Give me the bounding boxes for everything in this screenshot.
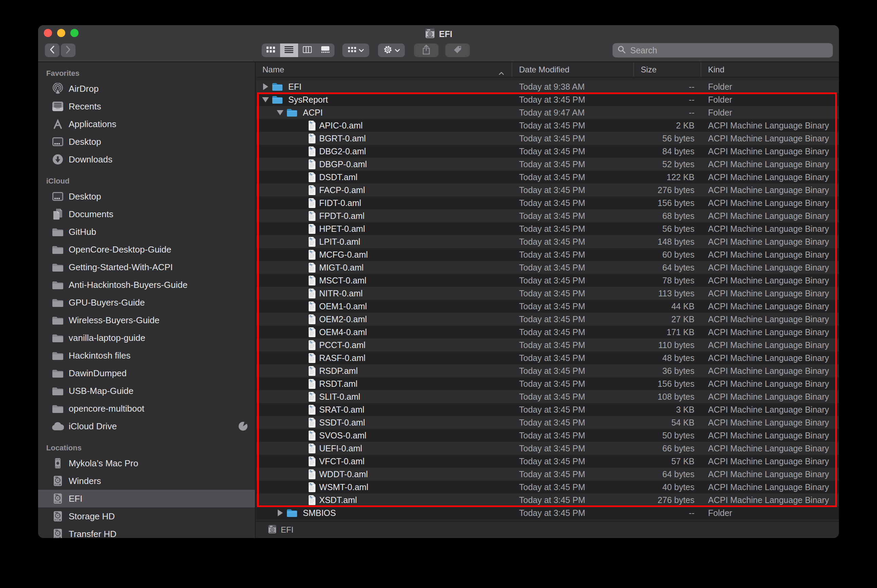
- sidebar-item-recents[interactable]: Recents: [38, 98, 255, 115]
- sidebar-item-mykola-s-mac-pro[interactable]: Mykola’s Mac Pro: [38, 454, 255, 472]
- file-name-label: APIC-0.aml: [319, 121, 363, 130]
- back-button[interactable]: [45, 44, 60, 57]
- sidebar-item-opencore-desktop-guide[interactable]: OpenCore-Desktop-Guide: [38, 241, 255, 258]
- sidebar-item-getting-started-with-acpi[interactable]: Getting-Started-With-ACPI: [38, 258, 255, 276]
- sidebar-item-desktop[interactable]: Desktop: [38, 188, 255, 205]
- file-row-oem4-0-aml[interactable]: OEM4-0.amlToday at 3:45 PM171 KBACPI Mac…: [256, 326, 839, 339]
- sidebar-section-label: Favorites: [38, 66, 255, 80]
- sidebar-item-github[interactable]: GitHub: [38, 223, 255, 241]
- file-row-dbgp-0-aml[interactable]: DBGP-0.amlToday at 3:45 PM52 bytesACPI M…: [256, 158, 839, 171]
- disclosure-expanded-icon[interactable]: [276, 107, 284, 118]
- file-row-svos-0-aml[interactable]: SVOS-0.amlToday at 3:45 PM50 bytesACPI M…: [256, 429, 839, 442]
- path-bar-item[interactable]: EFI: [281, 525, 293, 535]
- file-row-srat-0-aml[interactable]: SRAT-0.amlToday at 3:45 PM3 KBACPI Machi…: [256, 403, 839, 416]
- file-row-facp-0-aml[interactable]: FACP-0.amlToday at 3:45 PM276 bytesACPI …: [256, 183, 839, 196]
- column-header-kind[interactable]: Kind: [701, 62, 839, 77]
- name-cell: XSDT.aml: [256, 495, 512, 506]
- disclosure-collapsed-icon[interactable]: [262, 81, 269, 92]
- gallery-view-button[interactable]: [316, 44, 335, 57]
- sidebar-section-favorites: FavoritesAirDropRecentsApplicationsDeskt…: [38, 66, 255, 168]
- file-row-msct-0-aml[interactable]: MSCT-0.amlToday at 3:45 PM78 bytesACPI M…: [256, 274, 839, 287]
- file-row-oem1-0-aml[interactable]: OEM1-0.amlToday at 3:45 PM44 KBACPI Mach…: [256, 300, 839, 313]
- file-name-label: SSDT-0.aml: [319, 418, 365, 428]
- file-row-fpdt-0-aml[interactable]: FPDT-0.amlToday at 3:45 PM68 bytesACPI M…: [256, 209, 839, 222]
- list-view-button[interactable]: [280, 44, 298, 57]
- column-header-size[interactable]: Size: [634, 62, 701, 77]
- file-row-hpet-0-aml[interactable]: HPET-0.amlToday at 3:45 PM56 bytesACPI M…: [256, 222, 839, 235]
- file-row-lpit-0-aml[interactable]: LPIT-0.amlToday at 3:45 PM148 bytesACPI …: [256, 235, 839, 248]
- sidebar-item-usb-map-guide[interactable]: USB-Map-Guide: [38, 382, 255, 400]
- disclosure-collapsed-icon[interactable]: [276, 507, 284, 518]
- file-list: EFIToday at 9:38 AM--FolderSysReportToda…: [256, 80, 839, 519]
- sidebar-item-anti-hackintosh-buyers-guide[interactable]: Anti-Hackintosh-Buyers-Guide: [38, 276, 255, 294]
- sidebar-item-transfer-hd[interactable]: Transfer HD: [38, 525, 255, 538]
- kind-cell: ACPI Machine Language Binary: [701, 418, 839, 428]
- sidebar-item-dawindumped[interactable]: DawinDumped: [38, 364, 255, 382]
- kind-cell: ACPI Machine Language Binary: [701, 456, 839, 466]
- file-row-fidt-0-aml[interactable]: FIDT-0.amlToday at 3:45 PM156 bytesACPI …: [256, 196, 839, 209]
- sidebar-section-icloud: iCloudDesktopDocumentsGitHubOpenCore-Des…: [38, 173, 255, 435]
- file-row-dbg2-0-aml[interactable]: DBG2-0.amlToday at 3:45 PM84 bytesACPI M…: [256, 145, 839, 158]
- sidebar-item-winders[interactable]: Winders: [38, 472, 255, 490]
- file-row-nitr-0-aml[interactable]: NITR-0.amlToday at 3:45 PM113 bytesACPI …: [256, 287, 839, 300]
- file-row-wddt-0-aml[interactable]: WDDT-0.amlToday at 3:45 PM64 bytesACPI M…: [256, 468, 839, 481]
- sidebar-item-opencore-multiboot[interactable]: opencore-multiboot: [38, 400, 255, 417]
- file-icon: [307, 327, 316, 338]
- size-cell: 113 bytes: [634, 288, 701, 298]
- file-row-mcfg-0-aml[interactable]: MCFG-0.amlToday at 3:45 PM60 bytesACPI M…: [256, 248, 839, 261]
- file-row-rasf-0-aml[interactable]: RASF-0.amlToday at 3:45 PM48 bytesACPI M…: [256, 351, 839, 364]
- file-row-uefi-0-aml[interactable]: UEFI-0.amlToday at 3:45 PM66 bytesACPI M…: [256, 442, 839, 455]
- sidebar-item-efi[interactable]: EFI: [38, 490, 255, 507]
- sidebar-item-wireless-buyers-guide[interactable]: Wireless-Buyers-Guide: [38, 311, 255, 329]
- disclosure-expanded-icon[interactable]: [262, 94, 269, 105]
- file-row-pcct-0-aml[interactable]: PCCT-0.amlToday at 3:45 PM110 bytesACPI …: [256, 339, 839, 351]
- file-row-dsdt-aml[interactable]: DSDT.amlToday at 3:45 PM122 KBACPI Machi…: [256, 171, 839, 183]
- file-row-rsdp-aml[interactable]: RSDP.amlToday at 3:45 PM36 bytesACPI Mac…: [256, 364, 839, 377]
- column-header-name[interactable]: Name: [256, 62, 512, 77]
- kind-cell: ACPI Machine Language Binary: [701, 444, 839, 453]
- size-cell: 52 bytes: [634, 159, 701, 169]
- file-row-migt-0-aml[interactable]: MIGT-0.amlToday at 3:45 PM64 bytesACPI M…: [256, 261, 839, 274]
- sidebar-item-downloads[interactable]: Downloads: [38, 151, 255, 168]
- sidebar-item-desktop[interactable]: Desktop: [38, 133, 255, 151]
- file-row-wsmt-0-aml[interactable]: WSMT-0.amlToday at 3:45 PM40 bytesACPI M…: [256, 481, 839, 494]
- sidebar-item-documents[interactable]: Documents: [38, 205, 255, 223]
- file-row-xsdt-aml[interactable]: XSDT.amlToday at 3:45 PM276 bytesACPI Ma…: [256, 494, 839, 506]
- sidebar-item-storage-hd[interactable]: Storage HD: [38, 507, 255, 525]
- file-row-slit-0-aml[interactable]: SLIT-0.amlToday at 3:45 PM108 bytesACPI …: [256, 390, 839, 403]
- search-input[interactable]: [630, 45, 828, 56]
- size-cell: --: [634, 508, 701, 518]
- share-button[interactable]: [414, 44, 439, 57]
- sidebar-item-airdrop[interactable]: AirDrop: [38, 80, 255, 98]
- sidebar-item-applications[interactable]: Applications: [38, 115, 255, 133]
- file-row-efi[interactable]: EFIToday at 9:38 AM--Folder: [256, 80, 839, 93]
- file-row-sysreport[interactable]: SysReportToday at 3:45 PM--Folder: [256, 93, 839, 106]
- sort-ascending-icon: [499, 68, 504, 77]
- sidebar-item-hackintosh-files[interactable]: Hackintosh files: [38, 346, 255, 364]
- kind-cell: ACPI Machine Language Binary: [701, 134, 839, 143]
- group-by-button[interactable]: [342, 44, 369, 57]
- file-row-acpi[interactable]: ACPIToday at 9:47 AM--Folder: [256, 106, 839, 119]
- column-view-button[interactable]: [298, 44, 316, 57]
- size-cell: 84 bytes: [634, 147, 701, 156]
- file-row-smbios[interactable]: SMBIOSToday at 3:45 PM--Folder: [256, 506, 839, 519]
- file-row-vfct-0-aml[interactable]: VFCT-0.amlToday at 3:45 PM57 KBACPI Mach…: [256, 455, 839, 468]
- drive-icon: [52, 510, 64, 522]
- file-row-bgrt-0-aml[interactable]: BGRT-0.amlToday at 3:45 PM56 bytesACPI M…: [256, 132, 839, 145]
- sidebar-item-vanilla-laptop-guide[interactable]: vanilla-laptop-guide: [38, 329, 255, 346]
- icon-view-button[interactable]: [262, 44, 280, 57]
- file-row-oem2-0-aml[interactable]: OEM2-0.amlToday at 3:45 PM27 KBACPI Mach…: [256, 313, 839, 326]
- column-header-date-modified[interactable]: Date Modified: [512, 62, 634, 77]
- forward-button[interactable]: [61, 44, 75, 57]
- tag-button[interactable]: [445, 44, 470, 57]
- sidebar-item-gpu-buyers-guide[interactable]: GPU-Buyers-Guide: [38, 294, 255, 311]
- sidebar-item-icloud-drive[interactable]: iCloud Drive: [38, 417, 255, 435]
- date-modified-cell: Today at 3:45 PM: [512, 495, 634, 505]
- search-field[interactable]: [613, 43, 833, 57]
- name-cell: MIGT-0.aml: [256, 262, 512, 273]
- file-row-rsdt-aml[interactable]: RSDT.amlToday at 3:45 PM156 bytesACPI Ma…: [256, 377, 839, 390]
- file-row-ssdt-0-aml[interactable]: SSDT-0.amlToday at 3:45 PM54 KBACPI Mach…: [256, 416, 839, 429]
- file-row-apic-0-aml[interactable]: APIC-0.amlToday at 3:45 PM2 KBACPI Machi…: [256, 119, 839, 132]
- file-icon: [307, 133, 316, 144]
- action-menu-button[interactable]: [378, 44, 405, 57]
